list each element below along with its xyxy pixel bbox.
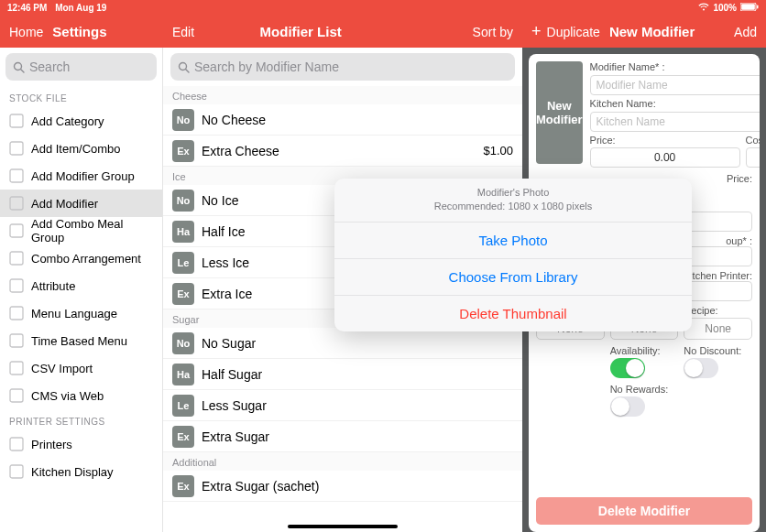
battery-pct: 100% xyxy=(713,3,737,13)
sidebar-item-label: Printers xyxy=(31,438,72,451)
sidebar-item[interactable]: CSV Import xyxy=(0,354,162,382)
modifier-label: Half Sugar xyxy=(202,367,513,382)
search-placeholder: Search by Modifier Name xyxy=(194,60,339,74)
status-bar: 12:46 PM Mon Aug 19 100% xyxy=(0,0,766,16)
cost-label: Cost: xyxy=(746,135,760,146)
sidebar-item-label: Attribute xyxy=(31,279,75,293)
svg-rect-6 xyxy=(10,142,23,155)
edit-button[interactable]: Edit xyxy=(172,25,194,39)
sheet-title: Modifier's Photo xyxy=(344,186,683,200)
sidebar-item[interactable]: Printers xyxy=(0,430,162,458)
modifier-badge: No xyxy=(172,109,194,131)
sidebar-item-label: Kitchen Display xyxy=(31,465,114,479)
sidebar-item[interactable]: Time Based Menu xyxy=(0,327,162,354)
sidebar-item[interactable]: Add Modifier xyxy=(0,190,162,217)
price-input[interactable] xyxy=(590,147,740,168)
sidebar-icon xyxy=(7,194,26,212)
home-indicator xyxy=(288,525,398,528)
sidebar-icon xyxy=(7,462,26,481)
modifier-badge: No xyxy=(172,190,194,212)
modifier-row[interactable]: NoNo Sugar xyxy=(163,328,522,359)
plus-icon[interactable]: + xyxy=(531,22,542,41)
search-icon xyxy=(13,61,25,73)
svg-rect-13 xyxy=(10,334,23,347)
sidebar-icon xyxy=(7,277,26,295)
search-placeholder: Search xyxy=(29,60,70,74)
cost-input[interactable] xyxy=(746,147,760,168)
delete-thumbnail-button[interactable]: Delete Thumbnail xyxy=(334,295,692,331)
delete-modifier-button[interactable]: Delete Modifier xyxy=(536,497,752,525)
status-time: 12:46 PM xyxy=(7,3,47,13)
modifier-name-input[interactable] xyxy=(590,75,760,95)
modifier-label: Extra Sugar xyxy=(202,429,513,444)
group-header: Additional xyxy=(163,452,522,471)
sidebar-item[interactable]: Add Item/Combo xyxy=(0,135,162,162)
modifier-badge: Ha xyxy=(172,364,194,385)
sidebar-item[interactable]: Menu Language xyxy=(0,299,162,327)
svg-line-4 xyxy=(21,69,25,72)
sort-button[interactable]: Sort by xyxy=(473,25,513,39)
sidebar: Search STOCK FILE Add CategoryAdd Item/C… xyxy=(0,48,163,532)
svg-rect-16 xyxy=(10,438,23,451)
modifier-thumbnail[interactable]: New Modifier xyxy=(536,61,583,164)
duplicate-button[interactable]: Duplicate xyxy=(547,25,600,39)
search-input-left[interactable]: Search xyxy=(5,53,157,81)
svg-rect-11 xyxy=(10,279,23,292)
svg-rect-15 xyxy=(10,389,23,402)
modifier-badge: Ex xyxy=(172,140,194,162)
svg-rect-9 xyxy=(10,224,23,237)
modifier-row[interactable]: LeLess Sugar xyxy=(163,390,522,421)
svg-rect-14 xyxy=(10,362,23,375)
add-button[interactable]: Add xyxy=(734,25,757,39)
sheet-subtitle: Recommended: 1080 x 1080 pixels xyxy=(344,200,683,213)
sidebar-item[interactable]: Combo Arrangement xyxy=(0,244,162,272)
svg-rect-5 xyxy=(10,114,23,127)
sidebar-item-label: Add Modifier Group xyxy=(31,169,135,183)
modifier-row[interactable]: ExExtra Sugar xyxy=(163,421,522,452)
svg-rect-7 xyxy=(10,169,23,182)
modifier-name-label: Modifier Name* : xyxy=(590,61,760,72)
kitchen-name-input[interactable] xyxy=(590,112,760,132)
sidebar-icon xyxy=(7,112,26,130)
availability-toggle[interactable] xyxy=(610,358,645,378)
modifier-row[interactable]: ExExtra Cheese$1.00 xyxy=(163,136,522,167)
take-photo-button[interactable]: Take Photo xyxy=(334,222,692,258)
modifier-label: No Cheese xyxy=(202,113,513,127)
no-rewards-toggle[interactable] xyxy=(610,396,645,417)
section-stock: STOCK FILE xyxy=(0,86,162,107)
modifier-row[interactable]: NoNo Cheese xyxy=(163,104,522,136)
modifier-badge: No xyxy=(172,332,194,354)
sidebar-icon xyxy=(7,167,26,185)
sidebar-item-label: Time Based Menu xyxy=(31,334,127,348)
home-link[interactable]: Home xyxy=(9,25,43,39)
sidebar-item[interactable]: Add Modifier Group xyxy=(0,162,162,190)
sidebar-item-label: Add Combo Meal Group xyxy=(31,217,155,244)
sidebar-item-label: Menu Language xyxy=(31,307,117,320)
sidebar-icon xyxy=(7,222,26,240)
modifier-row[interactable]: HaHalf Sugar xyxy=(163,359,522,390)
sidebar-item[interactable]: Attribute xyxy=(0,272,162,299)
choose-library-button[interactable]: Choose From Library xyxy=(334,258,692,295)
modifier-row[interactable]: ExExtra Sugar (sachet) xyxy=(163,471,522,502)
sidebar-icon xyxy=(7,331,26,350)
sidebar-item[interactable]: Kitchen Display xyxy=(0,458,162,485)
modifier-badge: Ex xyxy=(172,283,194,305)
modifier-label: Less Sugar xyxy=(202,398,513,413)
sidebar-icon xyxy=(7,386,26,405)
sidebar-item[interactable]: Add Combo Meal Group xyxy=(0,217,162,244)
sidebar-item[interactable]: CMS via Web xyxy=(0,382,162,409)
sidebar-icon xyxy=(7,359,26,377)
availability-label: Availability: xyxy=(610,345,679,356)
group-header: Cheese xyxy=(163,86,522,104)
sidebar-item[interactable]: Add Category xyxy=(0,107,162,135)
status-date: Mon Aug 19 xyxy=(55,3,106,13)
modifier-badge: Ex xyxy=(172,475,194,497)
search-input-mid[interactable]: Search by Modifier Name xyxy=(170,53,515,81)
price-label: Price: xyxy=(590,135,740,146)
modifier-badge: Le xyxy=(172,252,194,274)
no-discount-toggle[interactable] xyxy=(684,358,718,378)
sidebar-item-label: Combo Arrangement xyxy=(31,252,141,266)
svg-rect-12 xyxy=(10,307,23,320)
recipe-select[interactable]: None xyxy=(684,318,752,340)
sidebar-icon xyxy=(7,249,26,267)
